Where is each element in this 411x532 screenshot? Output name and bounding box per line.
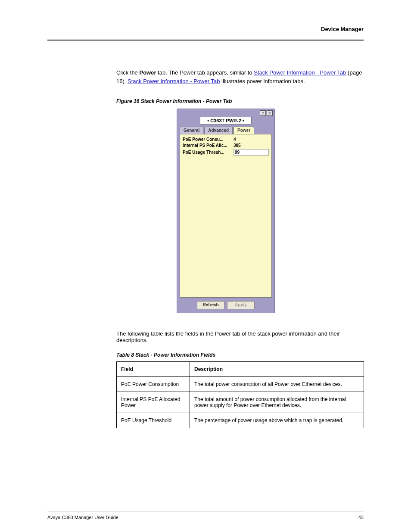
field-label: PoE Power Consu... [183,137,234,142]
figure-caption: Figure 16 Stack Power Information - Powe… [116,98,364,104]
help-icon[interactable]: ? [260,110,266,116]
dialog-buttons: Refresh Apply [179,299,273,311]
fields-table: Field Description PoE Power Consumption … [116,361,364,428]
apply-button[interactable]: Apply [227,301,255,309]
col-field: Field [117,362,190,377]
intro-mid: tab. The Power tab appears, similar to [156,69,254,76]
field-usage-threshold: PoE Usage Thresh... [183,149,269,156]
header-section: Device Manager [321,26,364,32]
page-footer: Avaya C360 Manager User Guide 43 [47,515,364,520]
table-caption: Table 8 Stack - Power Information Fields [116,352,364,358]
intro-link-1[interactable]: Stack Power Information - Power Tab [254,69,346,76]
table-row: PoE Power Consumption The total power co… [117,377,364,392]
power-panel: PoE Power Consu... 4 Internal PS PoE All… [180,134,272,298]
intro-prefix: Click the [116,69,139,76]
tab-bar: General Advanced Power [180,127,273,134]
close-icon[interactable]: ✕ [267,110,273,116]
tab-advanced[interactable]: Advanced [204,127,233,134]
footer-rule [47,511,364,511]
dialog-screenshot: ? ✕ • C363T PWR-2 • General Advanced Pow… [177,109,364,313]
cell-desc: The total amount of power consumption al… [190,392,364,413]
power-dialog: ? ✕ • C363T PWR-2 • General Advanced Pow… [177,109,275,313]
field-internal-ps: Internal PS PoE Allc... 305 [183,143,269,148]
cell-field: Internal PS PoE Allocated Power [117,392,190,413]
table-row: PoE Usage Threshold The percentage of po… [117,413,364,428]
cell-field: PoE Power Consumption [117,377,190,392]
cell-desc: The percentage of power usage above whic… [190,413,364,428]
intro-link-2[interactable]: Stack Power Information - Power Tab [128,78,220,84]
intro-tail: illustrates power information tabs. [220,78,305,84]
field-label: Internal PS PoE Allc... [183,143,234,148]
field-power-consumption: PoE Power Consu... 4 [183,137,269,142]
field-label: PoE Usage Thresh... [183,150,234,155]
tab-general[interactable]: General [180,127,203,134]
intro-bold: Power [139,69,156,76]
refresh-button[interactable]: Refresh [197,301,224,309]
col-description: Description [190,362,364,377]
field-value: 4 [234,137,236,142]
tab-power[interactable]: Power [234,127,254,134]
intro-paragraph: Click the Power tab. The Power tab appea… [116,68,364,85]
table-header-row: Field Description [117,362,364,377]
cell-field: PoE Usage Threshold [117,413,190,428]
threshold-input[interactable] [234,149,269,156]
footer-page: 43 [358,515,364,520]
footer-left: Avaya C360 Manager User Guide [47,515,118,520]
field-value: 305 [234,143,241,148]
cell-desc: The total power consumption of all Power… [190,377,364,392]
top-rule [47,40,364,40]
table-intro: The following table lists the fields in … [116,330,364,343]
table-row: Internal PS PoE Allocated Power The tota… [117,392,364,413]
dialog-title: • C363T PWR-2 • [200,117,252,124]
